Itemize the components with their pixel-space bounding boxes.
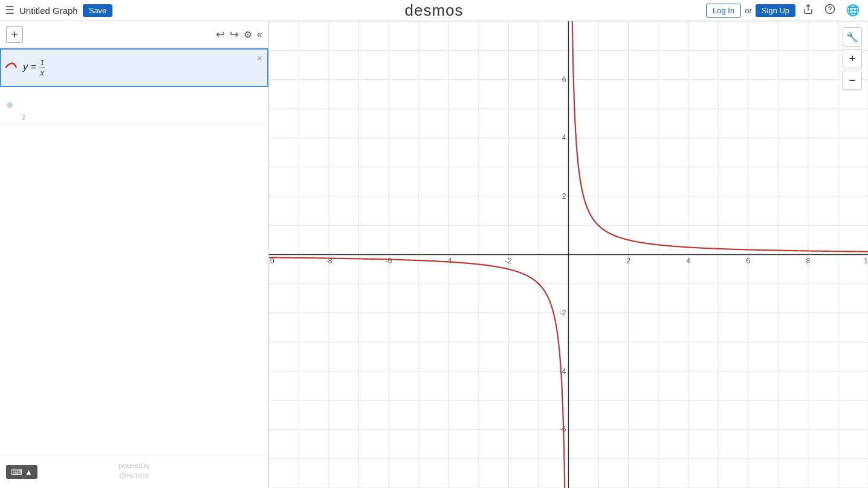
- undo-button[interactable]: ↩: [216, 28, 225, 41]
- collapse-panel-button[interactable]: «: [257, 29, 262, 40]
- expression-number-2: 2: [22, 114, 25, 121]
- expression-color-strip-2: [0, 87, 19, 123]
- graph-right-toolbar: 🔧 + −: [843, 27, 862, 90]
- keyboard-icon: ⌨: [11, 467, 22, 477]
- expression-toolbar: + ↩ ↪ ⚙ «: [0, 21, 268, 48]
- login-button[interactable]: Log In: [706, 4, 741, 18]
- expression-formula-2[interactable]: 2: [19, 100, 268, 110]
- redo-button[interactable]: ↪: [230, 28, 239, 41]
- header: ☰ Untitled Graph Save desmos Log In or S…: [0, 0, 868, 21]
- main-layout: + ↩ ↪ ⚙ « y = 1x ×: [0, 21, 868, 488]
- share-button[interactable]: [799, 2, 817, 19]
- left-footer: ⌨ ▲ powered by desmos: [0, 455, 268, 488]
- keyboard-toggle-button[interactable]: ⌨ ▲: [6, 465, 37, 479]
- zoom-in-button[interactable]: +: [843, 49, 862, 68]
- expression-formula-1[interactable]: y = 1x: [21, 53, 267, 82]
- keyboard-arrow: ▲: [25, 467, 33, 477]
- expression-list: y = 1x × 2: [0, 48, 268, 455]
- desmos-logo: desmos: [404, 1, 463, 20]
- expression-item-2[interactable]: 2: [0, 87, 268, 124]
- graph-settings-button[interactable]: ⚙: [244, 29, 252, 40]
- graph-wrench-button[interactable]: 🔧: [843, 27, 862, 47]
- left-panel: + ↩ ↪ ⚙ « y = 1x ×: [0, 21, 269, 488]
- powered-by: powered by desmos: [118, 462, 150, 481]
- expression-color-icon-1: [4, 61, 18, 74]
- expression-color-strip-1: [1, 50, 21, 86]
- signup-button[interactable]: Sign Up: [756, 4, 795, 17]
- expression-color-icon-2: [3, 98, 16, 112]
- or-text: or: [745, 6, 752, 15]
- add-expression-button[interactable]: +: [6, 26, 23, 43]
- zoom-out-button[interactable]: −: [843, 71, 862, 90]
- save-button[interactable]: Save: [83, 4, 113, 17]
- graph-area[interactable]: 🔧 + −: [269, 21, 868, 488]
- menu-icon[interactable]: ☰: [5, 4, 15, 17]
- svg-point-3: [7, 102, 13, 108]
- expression-close-1[interactable]: ×: [257, 53, 262, 64]
- graph-canvas: [269, 21, 868, 488]
- graph-title[interactable]: Untitled Graph: [19, 5, 78, 16]
- header-right-actions: Log In or Sign Up 🌐: [706, 2, 863, 19]
- help-button[interactable]: [821, 2, 839, 19]
- language-button[interactable]: 🌐: [843, 2, 863, 18]
- expression-item-1[interactable]: y = 1x ×: [0, 48, 268, 87]
